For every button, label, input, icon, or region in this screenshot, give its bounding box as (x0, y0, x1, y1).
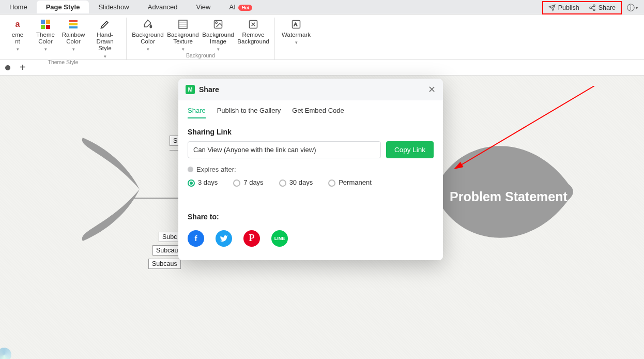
bg-image-button[interactable]: Background Image ▾ (202, 18, 234, 52)
chevron-down-icon: ▾ (295, 40, 298, 45)
expire-option-7days[interactable]: 7 days (233, 178, 263, 187)
publish-label: Publish (558, 4, 579, 11)
bg-image-label: Background Image (202, 32, 234, 45)
problem-statement-text[interactable]: Problem Statement (450, 189, 568, 204)
modal-tab-embed[interactable]: Get Embed Code (292, 107, 344, 118)
chevron-down-icon: ▾ (636, 6, 638, 10)
theme-color-button[interactable]: Theme Color ▾ (33, 18, 58, 59)
pinterest-button[interactable]: P (243, 230, 260, 247)
facebook-button[interactable]: f (188, 230, 204, 247)
svg-point-2 (593, 9, 595, 11)
svg-point-0 (593, 5, 595, 6)
expire-option-3days[interactable]: 3 days (188, 178, 218, 187)
close-button[interactable]: ✕ (428, 84, 436, 95)
hot-badge: Hot (238, 5, 252, 11)
expires-indicator-icon (188, 167, 193, 172)
fish-tail-shape (78, 132, 171, 246)
hand-drawn-label: Hand-Drawn Style (89, 32, 121, 52)
theme-color-icon (40, 19, 51, 30)
theme-color-label: Theme Color (36, 32, 55, 45)
rainbow-color-button[interactable]: Rainbow Color ▾ (61, 18, 86, 59)
modal-tabs: Share Publish to the Gallery Get Embed C… (188, 100, 434, 123)
bg-texture-label: Background Texture (167, 32, 198, 45)
document-tab-dot[interactable] (5, 65, 10, 70)
svg-rect-6 (46, 25, 50, 29)
close-icon: ✕ (428, 84, 436, 95)
tab-slideshow[interactable]: Slideshow (89, 1, 138, 13)
group-label-background: Background (186, 52, 215, 58)
line-button[interactable]: LINE (271, 230, 288, 247)
tab-advanced[interactable]: Advanced (139, 1, 187, 13)
subcause-box-2[interactable]: Subc (159, 232, 181, 242)
expire-option-30days[interactable]: 30 days (279, 178, 313, 187)
expire-30-label: 30 days (289, 178, 313, 186)
tab-page-style[interactable]: Page Style (37, 1, 89, 13)
chevron-down-icon: ▾ (17, 47, 19, 52)
share-button[interactable]: Share (585, 3, 620, 13)
svg-rect-5 (41, 25, 45, 29)
twitter-button[interactable] (216, 230, 232, 247)
chevron-down-icon: ▾ (44, 47, 47, 52)
group-label-theme-style: Theme Style (48, 59, 79, 65)
ribbon-group-theme-style: a eme nt ▾ Theme Color ▾ Rainbow Color ▾ (0, 18, 127, 59)
modal-tab-gallery[interactable]: Publish to the Gallery (217, 107, 281, 118)
radio-icon (328, 180, 335, 187)
radio-icon (233, 180, 240, 187)
watermark-label: Watermark (282, 32, 311, 38)
radio-icon (188, 180, 195, 187)
chevron-down-icon: ▾ (217, 47, 220, 52)
fish-spine-line (134, 198, 181, 199)
publish-button[interactable]: Publish (544, 3, 584, 13)
hand-drawn-icon (99, 19, 111, 30)
tab-ai-label: AI (229, 3, 236, 11)
copy-link-button[interactable]: Copy Link (386, 141, 434, 158)
bg-texture-button[interactable]: Background Texture ▾ (167, 18, 199, 52)
tab-ai[interactable]: AI Hot (220, 1, 262, 13)
highlight-box: Publish Share (542, 1, 622, 14)
expire-option-permanent[interactable]: Permanent (328, 178, 372, 187)
facebook-icon: f (195, 234, 197, 243)
tab-view[interactable]: View (187, 1, 220, 13)
chevron-down-icon: ▾ (182, 47, 185, 52)
share-link-input[interactable] (188, 141, 381, 158)
share-icon (589, 4, 596, 11)
line-icon: LINE (274, 236, 285, 241)
share-modal: M Share ✕ Share Publish to the Gallery G… (178, 79, 443, 260)
menu-tabs: Home Page Style Slideshow Advanced View … (0, 0, 644, 14)
ribbon-group-watermark: A Watermark ▾ (275, 18, 317, 59)
subcause-box-4[interactable]: Subcaus (148, 259, 181, 269)
bg-image-icon (212, 19, 224, 30)
remove-bg-button[interactable]: Remove Background (237, 18, 269, 52)
radio-icon (279, 180, 286, 187)
modal-tab-share[interactable]: Share (188, 107, 206, 118)
bg-color-icon (142, 19, 154, 30)
remove-bg-label: Remove Background (237, 32, 269, 45)
remove-bg-icon (248, 19, 259, 30)
modal-body: Share Publish to the Gallery Get Embed C… (178, 100, 443, 260)
ribbon-group-background: Background Color ▾ Background Texture ▾ … (127, 18, 275, 59)
theme-font-button[interactable]: a eme nt ▾ (5, 18, 30, 59)
app-logo-icon: M (186, 85, 195, 94)
bg-color-button[interactable]: Background Color ▾ (132, 18, 164, 52)
hand-drawn-button[interactable]: Hand-Drawn Style ▾ (89, 18, 121, 59)
modal-header: M Share ✕ (178, 79, 443, 100)
watermark-icon: A (290, 19, 302, 30)
twitter-icon (220, 234, 228, 243)
watermark-button[interactable]: A Watermark ▾ (280, 18, 312, 46)
tab-home[interactable]: Home (0, 1, 37, 13)
svg-rect-4 (46, 20, 50, 24)
svg-rect-8 (69, 23, 78, 25)
svg-rect-7 (69, 20, 78, 22)
new-tab-button[interactable]: + (20, 62, 26, 73)
rainbow-label: Rainbow Color (62, 32, 85, 45)
svg-rect-3 (41, 20, 45, 24)
pinterest-icon: P (249, 233, 255, 244)
subcause-box-3[interactable]: Subcau (152, 245, 181, 256)
social-row: f P LINE (188, 230, 434, 247)
expire-options: 3 days 7 days 30 days Permanent (188, 178, 434, 187)
help-button[interactable]: ⓘ ▾ (624, 3, 641, 13)
expires-label: Expires after: (196, 166, 236, 173)
expire-perm-label: Permanent (339, 178, 372, 186)
chevron-down-icon: ▾ (72, 47, 75, 52)
theme-font-label: eme nt (12, 32, 23, 45)
